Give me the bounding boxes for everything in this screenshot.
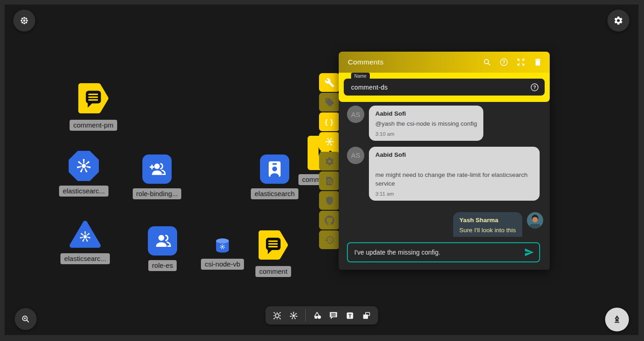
message-author: Yash Sharma — [460, 217, 516, 224]
node-elasticsearch-octagon[interactable]: elasticsearc... — [56, 151, 111, 197]
zoom-button[interactable] — [15, 308, 37, 330]
avatar-initials: AS — [347, 147, 364, 164]
message-author: Aabid Sofi — [375, 151, 533, 158]
shield-tool[interactable] — [319, 191, 340, 210]
node-csi-node-vb[interactable]: csi-node-vb — [195, 238, 250, 270]
node-elasticsearch-triangle[interactable]: elasticsearc... — [58, 219, 113, 264]
kubernetes-octagon-icon — [69, 151, 99, 181]
avatar-initials: AS — [347, 106, 364, 123]
kanvas-logo-button[interactable] — [13, 10, 35, 32]
node-action-toolbar: { } — [319, 73, 340, 249]
message: AS Aabid Sofi me might need to change th… — [347, 147, 543, 201]
node-role-es[interactable]: role-es — [135, 226, 190, 271]
pen-tool-button[interactable] — [605, 308, 629, 331]
message-bubble: Yash Sharma Sure I'll look into this 3:2… — [453, 212, 522, 237]
component-icon[interactable] — [272, 311, 282, 320]
doc-search-tool[interactable] — [319, 171, 340, 190]
app-window: comment-pm elasticsearc... role-binding.… — [0, 0, 644, 341]
message-bubble: Aabid Sofi @yash the csi-node is missing… — [369, 106, 483, 141]
frame-icon[interactable] — [362, 311, 371, 320]
storage-cylinder-icon — [215, 238, 230, 254]
role-icon — [148, 226, 177, 256]
svg-text:?: ? — [503, 60, 505, 65]
message-text: Sure I'll look into this — [460, 226, 516, 235]
comment-tool-icon[interactable] — [329, 311, 338, 320]
name-field-section: Name ? — [339, 73, 550, 102]
field-help-icon[interactable]: ? — [530, 83, 539, 92]
message-text: @yash the csi-node is missing config — [375, 119, 477, 128]
message-text: me might need to change the rate-limit f… — [375, 170, 533, 188]
kanvas-flower-icon — [19, 16, 29, 26]
search-icon[interactable] — [482, 58, 492, 67]
name-field-label: Name — [351, 73, 370, 79]
message-bubble: Aabid Sofi me might need to change the r… — [369, 147, 540, 201]
svg-text:T: T — [348, 313, 352, 318]
github-tool[interactable] — [319, 211, 340, 229]
send-icon[interactable] — [524, 247, 535, 258]
hub-tool[interactable] — [319, 132, 340, 151]
comment-node-icon — [76, 81, 110, 115]
toolbar-divider — [305, 309, 306, 321]
node-label: elasticsearc... — [59, 186, 108, 197]
history-tool[interactable] — [319, 230, 340, 249]
tag-tool[interactable] — [319, 93, 340, 112]
node-label: elasticsearc... — [60, 253, 110, 264]
message-author: Aabid Sofi — [375, 110, 477, 117]
kubernetes-icon[interactable] — [289, 311, 298, 320]
braces-icon: { } — [325, 118, 334, 126]
comments-panel-header[interactable]: Comments ? — [339, 52, 550, 73]
gear-tool[interactable] — [319, 152, 340, 170]
delete-icon[interactable] — [533, 58, 542, 67]
hub-icon — [325, 137, 335, 147]
help-icon[interactable]: ? — [499, 58, 509, 67]
design-canvas[interactable]: comment-pm elasticsearc... role-binding.… — [5, 5, 639, 335]
gear-icon — [613, 16, 623, 26]
node-comment[interactable]: comment — [246, 229, 301, 277]
chat-input[interactable] — [353, 248, 524, 256]
panel-title: Comments — [348, 58, 384, 66]
node-label: csi-node-vb — [201, 259, 244, 270]
node-elasticsearch-serviceaccount[interactable]: elasticsearch — [247, 155, 302, 199]
node-label: elasticsearch — [251, 188, 298, 199]
node-label: comment — [255, 266, 291, 277]
kubernetes-triangle-icon — [69, 219, 102, 249]
settings-button[interactable] — [607, 10, 629, 32]
role-binding-icon — [142, 155, 172, 184]
message: Yash Sharma Sure I'll look into this 3:2… — [347, 212, 543, 237]
pen-nib-icon — [612, 314, 622, 325]
fullscreen-icon[interactable] — [516, 58, 525, 67]
shapes-icon[interactable] — [313, 311, 322, 320]
wrench-tool[interactable] — [319, 73, 340, 92]
node-label: role-binding... — [133, 188, 182, 199]
message-time: 3:11 am — [375, 191, 533, 197]
zoom-in-icon — [21, 314, 31, 324]
comments-panel: Comments ? Name — [339, 52, 550, 270]
avatar-photo — [527, 212, 543, 229]
canvas-tools-dock: T — [265, 306, 378, 325]
node-role-binding[interactable]: role-binding... — [130, 155, 184, 199]
messages-list[interactable]: AS Aabid Sofi @yash the csi-node is miss… — [339, 102, 550, 237]
node-label: role-es — [148, 260, 177, 271]
name-input[interactable] — [350, 83, 530, 91]
comment-node-icon — [257, 229, 290, 261]
node-label: comment-pm — [70, 120, 117, 131]
message: AS Aabid Sofi @yash the csi-node is miss… — [347, 106, 543, 141]
node-comment-pm[interactable]: comment-pm — [66, 81, 121, 131]
chat-input-container — [347, 242, 540, 262]
text-tool-icon[interactable]: T — [345, 311, 355, 320]
svg-text:?: ? — [533, 85, 536, 90]
message-time: 3:10 am — [375, 131, 477, 137]
braces-tool[interactable]: { } — [319, 112, 340, 131]
name-field: Name ? — [344, 79, 545, 96]
service-account-badge-icon — [260, 155, 289, 184]
